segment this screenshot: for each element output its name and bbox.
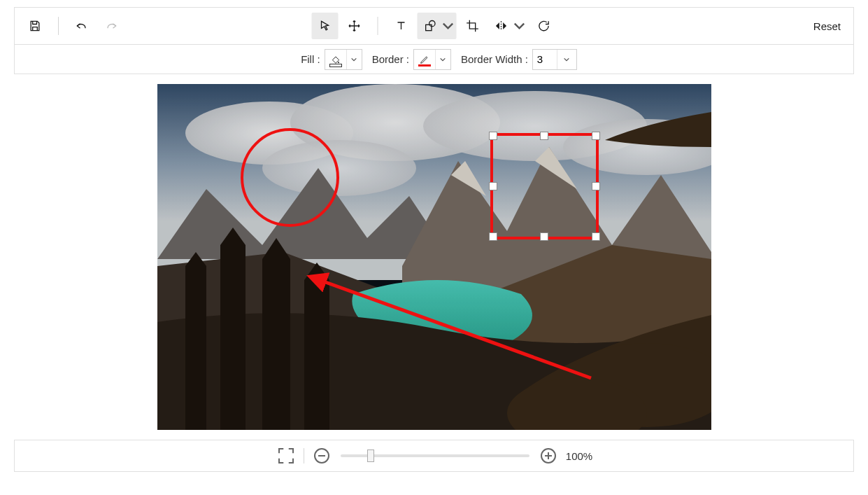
border-color-picker[interactable] — [413, 49, 451, 70]
image-canvas[interactable] — [157, 84, 711, 430]
move-tool[interactable] — [341, 13, 367, 39]
cursor-icon — [318, 19, 332, 33]
shape-icon — [422, 19, 436, 33]
select-tool[interactable] — [311, 13, 338, 39]
resize-handle-n[interactable] — [540, 132, 548, 140]
separator — [377, 17, 378, 35]
separator — [304, 448, 304, 463]
fill-label: Fill : — [301, 53, 320, 65]
svg-point-1 — [429, 21, 434, 27]
rotate-tool[interactable] — [530, 13, 557, 39]
resize-handle-sw[interactable] — [489, 232, 497, 241]
resize-handle-se[interactable] — [592, 232, 600, 241]
resize-handle-e[interactable] — [592, 182, 600, 190]
fill-swatch — [325, 50, 346, 69]
resize-handle-s[interactable] — [540, 232, 548, 241]
pencil-icon — [419, 54, 430, 65]
fill-dropdown[interactable] — [346, 50, 362, 69]
border-dropdown[interactable] — [435, 50, 450, 69]
shape-tool[interactable] — [417, 13, 456, 39]
plus-circle-icon — [538, 445, 559, 466]
options-toolbar: Fill : Border : Border Width : — [14, 45, 854, 74]
fit-screen-button[interactable] — [276, 445, 297, 466]
undo-icon — [75, 19, 89, 33]
border-width-field[interactable] — [532, 49, 577, 70]
save-button[interactable] — [22, 13, 48, 39]
border-width-label: Border Width : — [461, 53, 528, 65]
border-swatch — [414, 50, 435, 69]
resize-handle-nw[interactable] — [489, 132, 497, 140]
chevron-down-icon — [563, 56, 570, 63]
resize-handle-w[interactable] — [489, 182, 497, 190]
border-width-dropdown[interactable] — [557, 50, 576, 69]
chevron-down-icon — [512, 19, 526, 33]
border-label: Border : — [372, 53, 409, 65]
svg-rect-10 — [157, 84, 711, 430]
crop-tool[interactable] — [459, 13, 485, 39]
undo-button[interactable] — [69, 13, 95, 39]
minus-circle-icon — [311, 445, 332, 466]
resize-handle-ne[interactable] — [592, 132, 600, 140]
annotation-rectangle-selected[interactable] — [490, 133, 599, 239]
flip-tool[interactable] — [488, 13, 527, 39]
main-toolbar: Reset — [14, 7, 854, 45]
redo-button[interactable] — [98, 13, 124, 39]
expand-icon — [276, 445, 297, 466]
move-icon — [347, 19, 361, 33]
zoom-out-button[interactable] — [311, 445, 332, 466]
chevron-down-icon — [439, 56, 446, 63]
save-icon — [28, 19, 42, 33]
separator — [58, 17, 59, 35]
canvas-image — [157, 84, 711, 430]
zoom-percent-label: 100% — [566, 450, 592, 462]
zoom-toolbar: 100% — [14, 440, 854, 472]
zoom-in-button[interactable] — [538, 445, 559, 466]
slider-thumb[interactable] — [367, 449, 374, 462]
annotation-circle[interactable] — [241, 128, 339, 227]
reset-button[interactable]: Reset — [813, 20, 841, 32]
redo-icon — [104, 19, 118, 33]
canvas-area — [14, 84, 854, 430]
flip-icon — [494, 19, 508, 33]
fill-color-picker[interactable] — [325, 49, 362, 70]
text-tool[interactable] — [387, 13, 414, 39]
crop-icon — [465, 19, 479, 33]
chevron-down-icon — [350, 56, 357, 63]
text-icon — [394, 19, 408, 33]
zoom-slider[interactable] — [341, 452, 529, 460]
chevron-down-icon — [441, 19, 455, 33]
rotate-icon — [536, 19, 550, 33]
border-width-input[interactable] — [533, 50, 557, 69]
